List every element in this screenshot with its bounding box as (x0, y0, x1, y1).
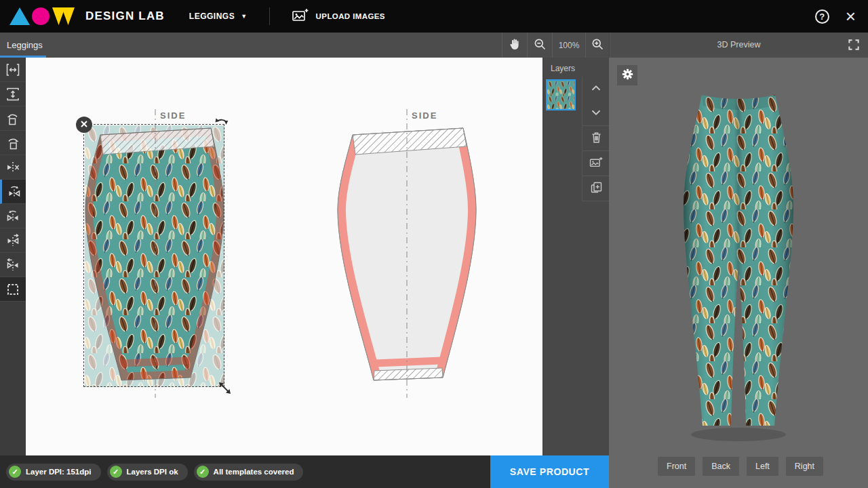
upload-image-icon (292, 7, 309, 25)
delete-layer-button[interactable] (583, 126, 610, 150)
logo-w (52, 7, 75, 25)
close-icon (80, 120, 88, 130)
help-icon: ? (819, 12, 825, 22)
preview-title: 3D Preview (610, 40, 868, 49)
status-badge-label: Layers DPI ok (127, 468, 178, 476)
scale-vertical-icon[interactable] (0, 82, 26, 106)
remove-layer-handle[interactable] (76, 117, 92, 133)
app-header: DESIGN LAB LEGGINGS ▼ UPLOAD IMAGES ? × (0, 0, 868, 33)
rotate-cw-icon[interactable] (0, 131, 26, 155)
rotate-layer-handle[interactable] (214, 115, 231, 131)
move-layer-up-button[interactable] (583, 77, 610, 101)
move-layer-down-button[interactable] (583, 101, 610, 125)
shift-right-icon[interactable] (0, 228, 26, 253)
header-divider (269, 7, 270, 25)
help-button[interactable]: ? (815, 9, 829, 24)
left-tool-rail (0, 58, 26, 455)
save-product-button[interactable]: SAVE PRODUCT (490, 455, 609, 488)
trash-icon (589, 136, 604, 146)
product-dropdown-label: LEGGINGS (189, 12, 235, 21)
status-bar: ✓ Layer DPI: 151dpi ✓ Layers DPI ok ✓ Al… (0, 455, 609, 488)
preview-view-buttons: Front Back Left Right (609, 457, 868, 476)
add-image-layer-button[interactable] (583, 151, 610, 176)
resize-layer-handle[interactable] (218, 381, 232, 395)
view-front-button[interactable]: Front (658, 457, 695, 476)
layers-panel: Layers (542, 58, 609, 455)
zoom-out-icon (533, 37, 547, 54)
fullscreen-icon (847, 43, 861, 54)
check-icon: ✓ (9, 466, 21, 478)
template-side-label: SIDE (160, 110, 186, 121)
check-icon: ✓ (197, 466, 209, 478)
zoom-in-icon (591, 37, 605, 54)
preview-panel: Front Back Left Right (609, 58, 868, 488)
logo-circle (32, 7, 50, 25)
pan-tool-button[interactable] (502, 33, 527, 58)
template-side-label: SIDE (412, 110, 437, 121)
upload-images-button[interactable]: UPLOAD IMAGES (288, 7, 389, 26)
tab-leggings-label: Leggings (7, 40, 43, 50)
view-back-button[interactable]: Back (703, 457, 739, 476)
close-button[interactable]: × (846, 7, 856, 25)
shift-left-icon[interactable] (0, 253, 26, 277)
status-badge-label: Layer DPI: 151dpi (26, 468, 92, 476)
status-badge-layer-dpi: ✓ Layer DPI: 151dpi (6, 464, 101, 481)
status-badge-label: All templates covered (214, 468, 294, 476)
active-tab-indicator (0, 56, 46, 58)
zoom-level: 100% (552, 33, 585, 58)
tab-bar: Leggings 100% (0, 33, 868, 58)
preview-settings-button[interactable] (617, 65, 637, 85)
template-side-empty[interactable]: SIDE (337, 125, 477, 387)
hand-icon (508, 37, 521, 53)
tile-repeat-icon[interactable] (0, 277, 26, 302)
check-icon: ✓ (110, 466, 122, 478)
gear-icon (621, 68, 634, 83)
layer-selection-box[interactable] (83, 124, 224, 387)
add-image-icon (589, 161, 604, 171)
chevron-down-icon (589, 112, 604, 122)
view-right-button[interactable]: Right (786, 457, 823, 476)
layer-actions (582, 77, 610, 201)
fullscreen-button[interactable] (846, 38, 861, 53)
product-dropdown[interactable]: LEGGINGS ▼ (185, 11, 252, 22)
template-outline: SIDE (337, 106, 477, 401)
logo-triangle (9, 7, 30, 25)
status-badge-templates-covered: ✓ All templates covered (194, 464, 304, 481)
layers-panel-title: Layers (543, 58, 609, 73)
mirror-vertical-icon[interactable] (0, 204, 26, 228)
chevron-down-icon: ▼ (241, 14, 247, 20)
close-icon: × (846, 6, 856, 26)
flip-horizontal-remove-icon[interactable] (0, 155, 26, 180)
view-left-button[interactable]: Left (747, 457, 778, 476)
zoom-in-button[interactable] (585, 33, 610, 58)
chevron-up-icon (589, 87, 604, 98)
duplicate-layer-button[interactable] (583, 176, 610, 201)
app-title: DESIGN LAB (85, 9, 165, 23)
rotate-ccw-icon[interactable] (0, 106, 26, 131)
layer-thumbnail[interactable] (546, 79, 576, 110)
brand-logo (9, 7, 75, 25)
design-canvas: SIDE (26, 58, 542, 455)
mirror-horizontal-icon[interactable] (0, 180, 26, 204)
zoom-out-button[interactable] (527, 33, 552, 58)
duplicate-layer-icon (589, 186, 604, 197)
3d-leggings-model[interactable] (609, 58, 868, 488)
status-badge-layers-dpi-ok: ✓ Layers DPI ok (107, 464, 188, 481)
preview-header: 3D Preview (609, 33, 868, 58)
upload-images-label: UPLOAD IMAGES (316, 12, 385, 20)
template-side-patterned[interactable]: SIDE (85, 125, 224, 387)
tab-leggings[interactable]: Leggings (0, 33, 46, 58)
scale-horizontal-icon[interactable] (0, 58, 26, 82)
canvas-zoom-tools: 100% (502, 33, 610, 58)
